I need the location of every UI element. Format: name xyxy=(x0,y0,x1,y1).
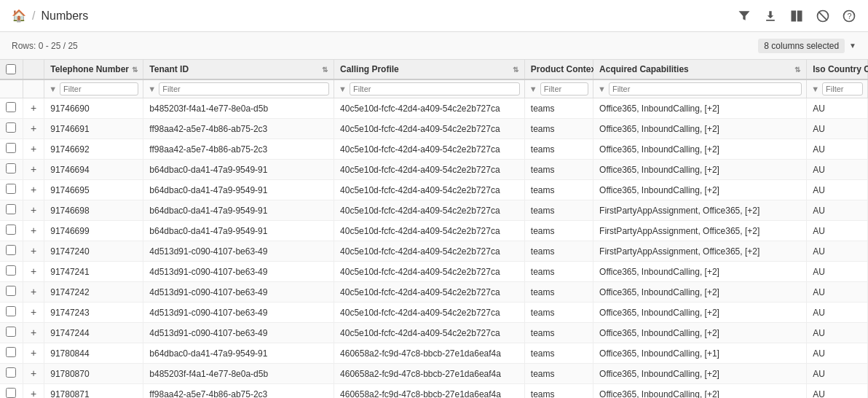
product-header-label: Product Context xyxy=(531,64,599,74)
row-checkbox[interactable] xyxy=(6,225,16,235)
acquired-cell: Office365, InboundCalling, [+2] xyxy=(593,364,807,384)
expand-button[interactable]: + xyxy=(31,245,36,257)
expand-button[interactable]: + xyxy=(31,388,36,398)
row-checkbox[interactable] xyxy=(6,388,16,398)
phone-cell: 91780844 xyxy=(44,343,143,364)
row-checkbox-cell xyxy=(0,241,23,262)
tenant-filter-input[interactable] xyxy=(159,82,329,95)
row-checkbox-cell xyxy=(0,160,23,180)
row-expand-cell: + xyxy=(23,180,44,200)
calling-cell: 40c5e10d-fcfc-42d4-a409-54c2e2b727ca xyxy=(334,303,525,323)
calling-cell: 460658a2-fc9d-47c8-bbcb-27e1da6eaf4a xyxy=(334,343,525,364)
expand-button[interactable]: + xyxy=(31,265,36,277)
rows-range: 0 - 25 / 25 xyxy=(39,41,78,51)
home-icon[interactable]: 🏠 xyxy=(12,9,26,23)
row-checkbox[interactable] xyxy=(6,204,16,214)
columns-selected-label[interactable]: 8 columns selected xyxy=(758,39,845,53)
tenant-cell: b64dbac0-da41-47a9-9549-91 xyxy=(143,221,334,241)
expand-button[interactable]: + xyxy=(31,143,36,155)
columns-icon[interactable] xyxy=(789,9,804,23)
product-cell: teams xyxy=(524,384,593,399)
iso-filter-input[interactable] xyxy=(822,82,863,95)
expand-button[interactable]: + xyxy=(31,102,36,114)
row-checkbox[interactable] xyxy=(6,367,16,378)
iso-cell: AU xyxy=(807,282,868,303)
iso-header: Iso Country Code ⇅ xyxy=(807,60,868,79)
table-row: +91746690b485203f-f4a1-4e77-8e0a-d5b40c5… xyxy=(0,98,868,119)
product-cell: teams xyxy=(524,160,593,180)
breadcrumb: 🏠 / Numbers xyxy=(12,9,88,23)
phone-cell: 91780871 xyxy=(44,384,143,399)
circle-slash-icon[interactable] xyxy=(816,9,830,23)
calling-header-label: Calling Profile xyxy=(340,64,399,74)
table-wrapper: Telephone Number ⇅ Tenant ID ⇅ Calling P… xyxy=(0,60,868,398)
row-checkbox[interactable] xyxy=(6,143,16,153)
calling-filter-input[interactable] xyxy=(350,82,520,95)
expand-button[interactable]: + xyxy=(31,122,36,134)
download-icon[interactable] xyxy=(763,9,778,23)
calling-cell: 40c5e10d-fcfc-42d4-a409-54c2e2b727ca xyxy=(334,98,525,119)
row-checkbox[interactable] xyxy=(6,245,16,255)
calling-cell: 40c5e10d-fcfc-42d4-a409-54c2e2b727ca xyxy=(334,221,525,241)
row-checkbox[interactable] xyxy=(6,184,16,194)
expand-button[interactable]: + xyxy=(31,327,36,338)
calling-cell: 40c5e10d-fcfc-42d4-a409-54c2e2b727ca xyxy=(334,200,525,221)
help-icon[interactable]: ? xyxy=(842,9,856,23)
telephone-sort-icon[interactable]: ⇅ xyxy=(132,66,138,74)
acquired-cell: Office365, InboundCalling, [+2] xyxy=(593,384,807,399)
calling-cell: 40c5e10d-fcfc-42d4-a409-54c2e2b727ca xyxy=(334,119,525,139)
tenant-cell: b485203f-f4a1-4e77-8e0a-d5b xyxy=(143,364,334,384)
product-filter-input[interactable] xyxy=(540,82,588,95)
expand-button[interactable]: + xyxy=(31,286,36,297)
columns-control[interactable]: 8 columns selected ▼ xyxy=(758,39,856,53)
expand-button[interactable]: + xyxy=(31,306,36,318)
row-checkbox[interactable] xyxy=(6,306,16,316)
select-all-checkbox[interactable] xyxy=(6,64,16,74)
filter-icon[interactable] xyxy=(737,9,751,23)
expand-button[interactable]: + xyxy=(31,367,36,379)
expand-button[interactable]: + xyxy=(31,163,36,175)
product-cell: teams xyxy=(524,241,593,262)
row-checkbox[interactable] xyxy=(6,286,16,296)
row-checkbox[interactable] xyxy=(6,347,16,357)
calling-cell: 40c5e10d-fcfc-42d4-a409-54c2e2b727ca xyxy=(334,323,525,343)
acquired-sort-icon[interactable]: ⇅ xyxy=(794,66,800,74)
row-checkbox[interactable] xyxy=(6,327,16,337)
tenant-cell: 4d513d91-c090-4107-be63-49 xyxy=(143,323,334,343)
row-checkbox-cell xyxy=(0,282,23,303)
row-checkbox[interactable] xyxy=(6,122,16,133)
expand-button[interactable]: + xyxy=(31,204,36,216)
acquired-cell: Office365, InboundCalling, [+2] xyxy=(593,262,807,282)
table-row: +91746698b64dbac0-da41-47a9-9549-9140c5e… xyxy=(0,200,868,221)
product-cell: teams xyxy=(524,323,593,343)
chevron-down-icon[interactable]: ▼ xyxy=(849,42,856,50)
acquired-filter-input[interactable] xyxy=(609,82,802,95)
expand-button[interactable]: + xyxy=(31,347,36,359)
filter-product-col: ▼ xyxy=(524,79,593,98)
row-checkbox-cell xyxy=(0,180,23,200)
header-actions: ? xyxy=(737,9,856,23)
telephone-filter-input[interactable] xyxy=(60,82,138,95)
tenant-cell: b64dbac0-da41-47a9-9549-91 xyxy=(143,180,334,200)
tenant-cell: b64dbac0-da41-47a9-9549-91 xyxy=(143,200,334,221)
row-checkbox[interactable] xyxy=(6,163,16,173)
filter-calling-col: ▼ xyxy=(334,79,525,98)
calling-cell: 40c5e10d-fcfc-42d4-a409-54c2e2b727ca xyxy=(334,282,525,303)
acquired-cell: Office365, InboundCalling, [+1] xyxy=(593,343,807,364)
row-checkbox-cell xyxy=(0,384,23,399)
iso-cell: AU xyxy=(807,180,868,200)
acquired-cell: Office365, InboundCalling, [+2] xyxy=(593,98,807,119)
row-checkbox[interactable] xyxy=(6,102,16,112)
table-row: +917472434d513d91-c090-4107-be63-4940c5e… xyxy=(0,303,868,323)
row-checkbox-cell xyxy=(0,323,23,343)
iso-cell: AU xyxy=(807,364,868,384)
row-checkbox[interactable] xyxy=(6,265,16,276)
tenant-sort-icon[interactable]: ⇅ xyxy=(322,66,328,74)
row-expand-cell: + xyxy=(23,384,44,399)
calling-sort-icon[interactable]: ⇅ xyxy=(513,66,518,74)
calling-cell: 40c5e10d-fcfc-42d4-a409-54c2e2b727ca xyxy=(334,139,525,160)
expand-button[interactable]: + xyxy=(31,184,36,195)
expand-button[interactable]: + xyxy=(31,225,36,236)
tenant-cell: b64dbac0-da41-47a9-9549-91 xyxy=(143,343,334,364)
tenant-header: Tenant ID ⇅ xyxy=(143,60,334,79)
